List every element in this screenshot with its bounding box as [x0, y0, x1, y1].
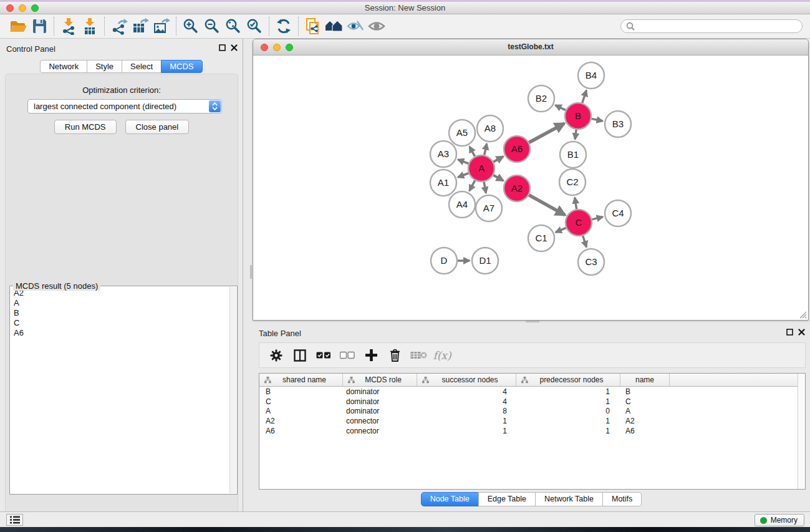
column-header-predecessor-nodes[interactable]: predecessor nodes	[516, 374, 620, 386]
cell-mcds-role[interactable]: dominator	[343, 397, 417, 406]
cell-mcds-role[interactable]: dominator	[343, 407, 417, 415]
clone-network-icon[interactable]	[302, 17, 324, 36]
graph-node-C[interactable]: C	[566, 210, 592, 236]
run-mcds-button[interactable]: Run MCDS	[54, 120, 117, 134]
graph-node-A3[interactable]: A3	[430, 141, 456, 167]
graph-node-A1[interactable]: A1	[430, 170, 456, 196]
birds-eye-view-icon[interactable]	[366, 17, 387, 36]
zoom-in-icon[interactable]	[180, 17, 201, 36]
graph-edge-C-C1[interactable]	[556, 228, 566, 232]
graph-edge-B-B4[interactable]	[582, 90, 587, 103]
cell-successor-nodes[interactable]: 1	[417, 427, 516, 435]
refresh-layout-icon[interactable]	[273, 17, 294, 36]
cell-shared-name[interactable]: A2	[259, 417, 343, 425]
column-header-mcds-role[interactable]: MCDS role	[343, 374, 417, 386]
task-history-button[interactable]	[6, 514, 23, 526]
network-window-titlebar[interactable]: testGlobe.txt	[253, 39, 808, 56]
graph-edge-A-A4[interactable]	[470, 180, 475, 191]
cell-shared-name[interactable]: C	[259, 397, 343, 406]
graph-node-B3[interactable]: B3	[605, 111, 631, 137]
table-row-A2[interactable]: A2connector11A2	[259, 416, 805, 426]
close-network-button[interactable]	[261, 44, 268, 51]
graph-node-A6[interactable]: A6	[504, 136, 530, 162]
graph-edge-C-C3[interactable]	[583, 236, 587, 247]
cell-name[interactable]: C	[620, 397, 670, 406]
graph-edge-C-C2[interactable]	[575, 198, 577, 210]
graph-node-A2[interactable]: A2	[504, 175, 530, 201]
graph-node-C1[interactable]: C1	[528, 225, 554, 251]
table-row-A[interactable]: Adominator80A	[259, 407, 805, 417]
add-row-icon[interactable]	[359, 346, 383, 365]
close-panel-icon[interactable]	[798, 329, 805, 336]
delete-row-icon[interactable]	[383, 346, 407, 365]
network-graph[interactable]: B4B2BB3A8A5A6A3B1AC2A1A2A4A7C4CC1C3DD1	[253, 56, 808, 320]
mcds-result-item[interactable]: C	[14, 318, 229, 328]
delete-table-icon[interactable]	[407, 346, 430, 365]
close-panel-icon[interactable]	[231, 44, 238, 51]
mcds-result-item[interactable]: A6	[14, 328, 229, 338]
select-all-icon[interactable]	[312, 346, 335, 365]
minimize-window-button[interactable]	[19, 4, 26, 12]
open-session-icon[interactable]	[7, 17, 29, 36]
cell-mcds-role[interactable]: connector	[343, 417, 417, 425]
cell-shared-name[interactable]: B	[259, 387, 343, 396]
graph-edge-B-B2[interactable]	[556, 105, 566, 110]
graph-node-D1[interactable]: D1	[472, 248, 498, 274]
save-session-icon[interactable]	[29, 17, 50, 36]
mcds-result-list[interactable]: A2ABCA6	[11, 287, 229, 493]
table-row-B[interactable]: Bdominator41B	[259, 387, 805, 397]
column-header-successor-nodes[interactable]: successor nodes	[417, 374, 516, 386]
table-scrollbar[interactable]	[798, 374, 805, 489]
table-row-C[interactable]: Cdominator41C	[259, 397, 805, 407]
graph-node-C4[interactable]: C4	[605, 200, 631, 226]
result-scrollbar[interactable]	[229, 287, 236, 493]
float-panel-icon[interactable]	[786, 329, 793, 336]
graph-edge-A-A3[interactable]	[458, 160, 468, 163]
minimize-network-button[interactable]	[273, 44, 281, 51]
criterion-dropdown[interactable]: largest connected component (directed)	[27, 99, 222, 114]
cell-successor-nodes[interactable]: 4	[417, 387, 516, 396]
control-tab-mcds[interactable]: MCDS	[161, 60, 202, 73]
graph-node-B1[interactable]: B1	[560, 142, 586, 168]
table-tab-network-table[interactable]: Network Table	[535, 492, 603, 506]
cell-successor-nodes[interactable]: 1	[417, 417, 516, 425]
float-panel-icon[interactable]	[219, 44, 226, 51]
graph-node-A7[interactable]: A7	[476, 195, 502, 221]
mcds-result-item[interactable]: B	[14, 308, 229, 318]
graph-node-B2[interactable]: B2	[528, 85, 554, 112]
graph-edge-A-A5[interactable]	[470, 147, 475, 157]
graph-edge-A2-C[interactable]	[529, 195, 565, 215]
cell-name[interactable]: A6	[620, 427, 670, 435]
table-tab-node-table[interactable]: Node Table	[421, 492, 479, 506]
graph-edge-B-B3[interactable]	[592, 118, 603, 121]
import-network-icon[interactable]	[58, 17, 79, 36]
cell-mcds-role[interactable]: connector	[343, 427, 417, 435]
cell-name[interactable]: A2	[620, 417, 670, 425]
control-tab-network[interactable]: Network	[40, 60, 87, 73]
cell-predecessor-nodes[interactable]: 1	[516, 417, 620, 425]
search-input[interactable]	[620, 19, 803, 33]
table-settings-icon[interactable]	[264, 346, 288, 365]
cell-successor-nodes[interactable]: 4	[417, 397, 516, 406]
zoom-window-button[interactable]	[31, 4, 39, 12]
zoom-network-button[interactable]	[286, 44, 293, 51]
network-canvas[interactable]: B4B2BB3A8A5A6A3B1AC2A1A2A4A7C4CC1C3DD1	[253, 56, 808, 320]
cell-predecessor-nodes[interactable]: 1	[516, 387, 620, 396]
table-row-A6[interactable]: A6connector11A6	[259, 426, 805, 436]
memory-button[interactable]: Memory	[755, 514, 804, 526]
graph-node-A5[interactable]: A5	[449, 120, 475, 146]
graph-edge-A-A6[interactable]	[493, 157, 503, 162]
zoom-fit-icon[interactable]	[223, 17, 244, 36]
close-panel-button[interactable]: Close panel	[125, 120, 190, 134]
graph-edge-A-A7[interactable]	[484, 182, 486, 193]
import-table-icon[interactable]	[79, 17, 100, 36]
graph-node-C2[interactable]: C2	[559, 169, 586, 195]
graph-node-C3[interactable]: C3	[578, 249, 604, 275]
graph-node-B4[interactable]: B4	[578, 62, 604, 89]
zoom-selected-icon[interactable]	[244, 17, 265, 36]
cell-mcds-role[interactable]: dominator	[343, 387, 417, 396]
control-tab-select[interactable]: Select	[122, 60, 162, 73]
mcds-result-item[interactable]: A	[14, 298, 229, 308]
graph-edge-A-A1[interactable]	[458, 173, 468, 177]
graph-edge-B-B1[interactable]	[575, 130, 576, 139]
